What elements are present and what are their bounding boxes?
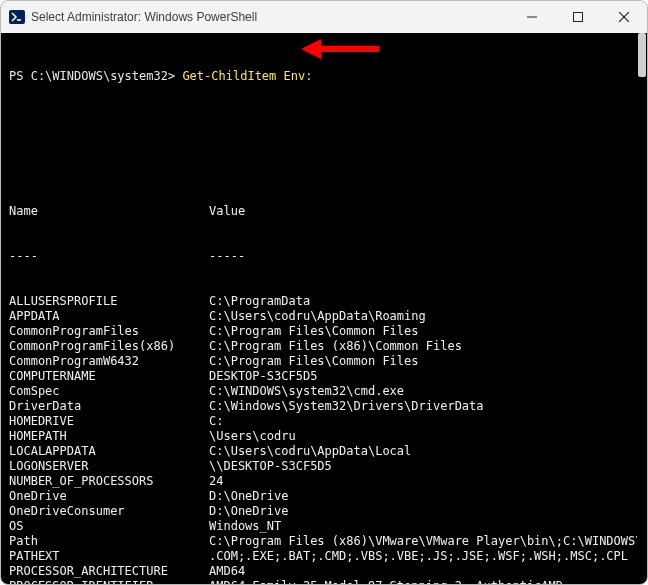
table-row: OSWindows_NT — [9, 519, 633, 534]
window-title: Select Administrator: Windows PowerShell — [31, 10, 257, 24]
table-row: CommonProgramFilesC:\Program Files\Commo… — [9, 324, 633, 339]
table-row: OneDriveD:\OneDrive — [9, 489, 633, 504]
table-row: CommonProgramW6432C:\Program Files\Commo… — [9, 354, 633, 369]
table-row: ALLUSERSPROFILEC:\ProgramData — [9, 294, 633, 309]
console-output[interactable]: PS C:\WINDOWS\system32> Get-ChildItem En… — [1, 33, 637, 584]
table-row: ComSpecC:\WINDOWS\system32\cmd.exe — [9, 384, 633, 399]
prompt-line: PS C:\WINDOWS\system32> Get-ChildItem En… — [9, 69, 633, 84]
window: Select Administrator: Windows PowerShell… — [0, 0, 648, 585]
table-row: LOCALAPPDATAC:\Users\codru\AppData\Local — [9, 444, 633, 459]
table-row: PROCESSOR_IDENTIFIERAMD64 Family 25 Mode… — [9, 579, 633, 584]
powershell-icon — [9, 9, 25, 25]
table-row: PROCESSOR_ARCHITECTUREAMD64 — [9, 564, 633, 579]
table-row: NUMBER_OF_PROCESSORS24 — [9, 474, 633, 489]
maximize-button[interactable] — [555, 1, 601, 33]
table-header: NameValue — [9, 204, 633, 219]
minimize-button[interactable] — [509, 1, 555, 33]
table-header-divider: --------- — [9, 249, 633, 264]
table-row: PathC:\Program Files (x86)\VMware\VMware… — [9, 534, 633, 549]
table-row: HOMEPATH\Users\codru — [9, 429, 633, 444]
table-row: DriverDataC:\Windows\System32\Drivers\Dr… — [9, 399, 633, 414]
table-row: OneDriveConsumerD:\OneDrive — [9, 504, 633, 519]
table-row: PATHEXT.COM;.EXE;.BAT;.CMD;.VBS;.VBE;.JS… — [9, 549, 633, 564]
svg-rect-3 — [574, 13, 583, 22]
titlebar[interactable]: Select Administrator: Windows PowerShell — [1, 1, 647, 33]
table-row: LOGONSERVER\\DESKTOP-S3CF5D5 — [9, 459, 633, 474]
table-row: HOMEDRIVEC: — [9, 414, 633, 429]
terminal-content[interactable]: PS C:\WINDOWS\system32> Get-ChildItem En… — [1, 33, 647, 584]
scrollbar-thumb[interactable] — [638, 33, 646, 77]
table-row: CommonProgramFiles(x86)C:\Program Files … — [9, 339, 633, 354]
close-button[interactable] — [601, 1, 647, 33]
scrollbar[interactable] — [637, 33, 647, 584]
table-row: COMPUTERNAMEDESKTOP-S3CF5D5 — [9, 369, 633, 384]
table-row: APPDATAC:\Users\codru\AppData\Roaming — [9, 309, 633, 324]
